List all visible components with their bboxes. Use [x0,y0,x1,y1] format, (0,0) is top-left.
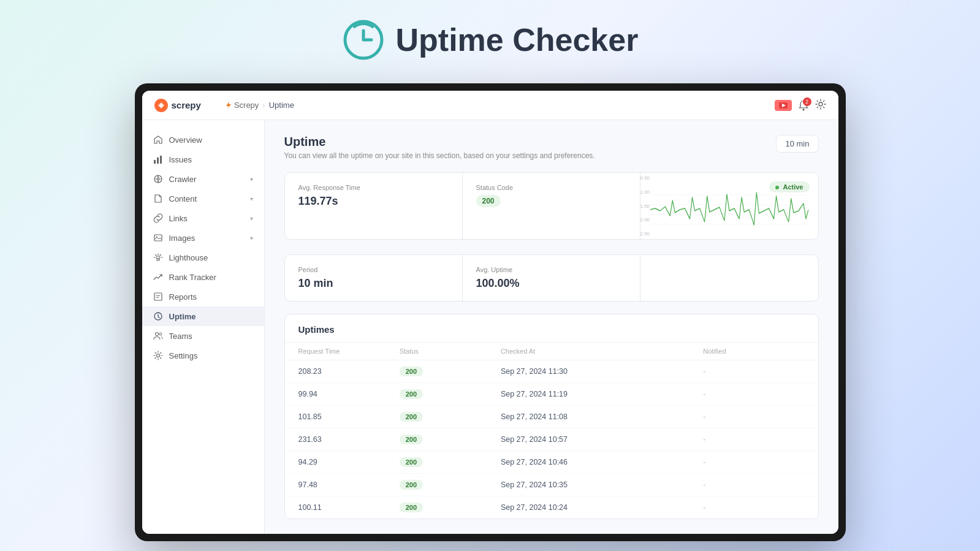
cell-notified: - [703,367,804,376]
top-bar-right: 2 [775,99,826,112]
sidebar-item-lighthouse[interactable]: Lighthouse [142,248,264,267]
breadcrumb-separator: › [262,101,265,110]
top-bar: screpy Screpy › Uptime [142,91,838,120]
lighthouse-icon [153,253,163,262]
sidebar-item-rank-tracker[interactable]: Rank Tracker [142,267,264,287]
chart-y-labels: 0.50 1.00 1.50 2.00 2.50 [640,173,659,239]
main-layout: Overview Issues Crawler ▾ Content ▾ [142,120,838,534]
cell-request-time: 97.48 [298,481,400,489]
sidebar-item-crawler[interactable]: Crawler ▾ [142,169,264,189]
gear-icon [815,99,826,110]
cell-notified: - [703,435,804,444]
cell-checked-at: Sep 27, 2024 11:08 [501,412,703,421]
cell-checked-at: Sep 27, 2024 11:30 [501,367,703,376]
settings-icon [153,351,163,360]
cell-checked-at: Sep 27, 2024 10:46 [501,458,703,466]
table-row[interactable]: 208.23 200 Sep 27, 2024 11:30 - [285,360,818,383]
cell-request-time: 231.63 [298,435,400,444]
period-badge[interactable]: 10 min [776,135,818,153]
svg-point-16 [159,333,162,335]
home-icon [153,135,163,145]
notifications-button[interactable]: 2 [798,100,809,111]
cell-checked-at: Sep 27, 2024 10:57 [501,435,703,444]
trending-icon [153,272,163,282]
hero-section: Uptime Checker [342,18,639,61]
cell-checked-at: Sep 27, 2024 10:24 [501,503,703,512]
cell-status: 200 [400,367,501,376]
page-subtitle: You can view all the uptime on your site… [284,151,595,160]
uptime-icon [153,311,163,321]
hero-title: Uptime Checker [396,21,639,58]
svg-rect-6 [154,160,156,164]
logo-icon [154,99,168,112]
svg-point-5 [819,102,822,106]
settings-button[interactable] [815,99,826,112]
hero-icon [342,18,385,61]
svg-rect-12 [157,259,159,260]
svg-point-17 [156,354,159,357]
uptimes-section: Uptimes Request Time Status Checked At N… [284,314,819,519]
device-screen: screpy Screpy › Uptime [142,91,838,534]
sidebar-item-overview[interactable]: Overview [142,130,264,150]
col-checked-at: Checked At [501,348,703,355]
period-card: Period 10 min [285,255,463,301]
table-row[interactable]: 231.63 200 Sep 27, 2024 10:57 - [285,428,818,451]
sidebar-item-images[interactable]: Images ▾ [142,228,264,248]
avg-response-time-label: Avg. Response Time [298,184,449,191]
sidebar-item-reports[interactable]: Reports [142,287,264,306]
cell-notified: - [703,503,804,512]
table-row[interactable]: 94.29 200 Sep 27, 2024 10:46 - [285,451,818,474]
cell-request-time: 101.85 [298,412,400,421]
page-title: Uptime [284,135,595,149]
table-header: Request Time Status Checked At Notified [285,343,818,360]
avg-response-time-value: 119.77s [298,195,449,208]
cell-request-time: 208.23 [298,367,400,376]
stats-row-2: Period 10 min Avg. Uptime 100.00% [284,254,819,302]
sidebar-item-settings[interactable]: Settings [142,346,264,365]
content-area: Uptime You can view all the uptime on yo… [265,120,838,534]
cell-status: 200 [400,389,501,399]
svg-rect-7 [157,158,159,164]
col-notified: Notified [703,348,804,355]
cell-notified: - [703,412,804,421]
sidebar-item-content[interactable]: Content ▾ [142,189,264,208]
table-row[interactable]: 97.48 200 Sep 27, 2024 10:35 - [285,474,818,496]
chevron-down-icon: ▾ [250,196,253,202]
cell-request-time: 94.29 [298,458,400,466]
sidebar-item-issues[interactable]: Issues [142,150,264,169]
team-icon [153,331,163,341]
page-header-text: Uptime You can view all the uptime on yo… [284,135,595,160]
sidebar-item-links[interactable]: Links ▾ [142,208,264,228]
breadcrumb-current: Uptime [269,101,294,110]
table-row[interactable]: 100.11 200 Sep 27, 2024 10:24 - [285,496,818,519]
device-frame: screpy Screpy › Uptime [135,83,846,541]
uptime-chart [650,185,808,234]
sidebar-item-uptime[interactable]: Uptime [142,306,264,326]
image-icon [153,233,163,243]
status-code-label: Status Code [476,184,626,191]
reports-icon [153,292,163,302]
breadcrumb-item[interactable]: Screpy [224,101,259,110]
cell-notified: - [703,458,804,466]
stats-cards: Avg. Response Time 119.77s Status Code 2… [284,172,819,240]
chevron-down-icon: ▾ [250,176,253,183]
status-code-value: 200 [476,195,501,207]
chart-card: Active 0.50 1.00 1.50 2.00 2.50 [640,173,818,239]
sidebar: Overview Issues Crawler ▾ Content ▾ [142,120,265,534]
svg-rect-8 [160,156,162,164]
svg-point-4 [802,108,804,110]
active-dot [775,186,779,189]
media-button[interactable] [775,100,792,111]
cell-notified: - [703,390,804,398]
sidebar-item-teams[interactable]: Teams [142,326,264,346]
svg-point-15 [155,333,158,336]
cell-status: 200 [400,457,501,467]
cell-status: 200 [400,503,501,512]
empty-card [640,255,818,301]
table-row[interactable]: 99.94 200 Sep 27, 2024 11:19 - [285,383,818,406]
cell-checked-at: Sep 27, 2024 11:19 [501,390,703,398]
active-badge: Active [769,181,810,192]
table-row[interactable]: 101.85 200 Sep 27, 2024 11:08 - [285,406,818,428]
svg-rect-13 [154,293,162,300]
page-header: Uptime You can view all the uptime on yo… [284,135,819,160]
